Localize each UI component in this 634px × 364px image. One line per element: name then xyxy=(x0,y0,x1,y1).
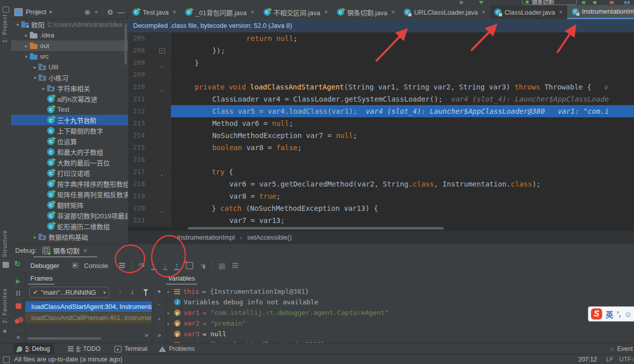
more-icon[interactable]: » xyxy=(145,331,148,339)
tree-item[interactable]: C和最大的子数组 xyxy=(11,147,128,157)
close-icon[interactable]: × xyxy=(83,247,87,254)
code-line[interactable]: 211 ClassLoader var4 = ClassLoader.getSy… xyxy=(128,93,634,105)
tree-item[interactable]: C蛇形遍历二维数组 xyxy=(11,221,128,232)
hide-icon[interactable]: — xyxy=(117,9,124,16)
close-icon[interactable]: × xyxy=(391,9,395,16)
code-text[interactable]: } catch (NoSuchMethodException var13) { xyxy=(171,202,634,214)
variable-row[interactable]: ▸pvar1 = "com.intellij.rt.debugger.agent… xyxy=(166,307,389,318)
locate-icon[interactable]: ⊕ xyxy=(84,9,91,16)
tree-item[interactable]: ▾src xyxy=(11,51,128,62)
add-watch-icon[interactable]: + xyxy=(152,288,166,295)
drop-frame-icon[interactable]: × xyxy=(186,262,193,269)
tree-item[interactable]: C三十九节台阶 xyxy=(11,115,128,125)
fold-marker[interactable]: ▾ xyxy=(153,202,171,214)
tab-debugger[interactable]: Debugger xyxy=(30,262,59,269)
code-line[interactable]: 213 Method var6 = null; xyxy=(128,117,634,129)
code-text[interactable]: ClassLoader var4 = ClassLoader.getSystem… xyxy=(171,93,634,105)
expand-icon[interactable]: ▸ xyxy=(166,289,171,294)
frame-up-icon[interactable]: ↑ xyxy=(118,288,122,295)
fold-marker[interactable]: ▾ xyxy=(153,166,171,178)
line-number[interactable]: 217 xyxy=(128,166,153,178)
sidebar-item-project[interactable]: 1: Project xyxy=(2,14,8,42)
code-line[interactable]: 217▾ try { xyxy=(128,166,634,178)
line-number[interactable]: 205 xyxy=(128,32,153,44)
line-number[interactable]: 212 xyxy=(128,105,153,117)
collapse-icon[interactable]: ▾ xyxy=(23,54,30,59)
stop-icon[interactable] xyxy=(11,303,25,310)
code-line[interactable]: 205 return null; xyxy=(128,32,634,44)
filter-icon[interactable] xyxy=(143,289,148,292)
line-number[interactable]: 210 xyxy=(128,81,153,93)
editor-tab[interactable]: CURLClassLoader.java× xyxy=(399,5,490,19)
menu-icon[interactable] xyxy=(119,262,125,269)
event-log-button[interactable]: ○ Event Log xyxy=(610,343,634,354)
code-line[interactable]: 216 xyxy=(128,154,634,166)
run-to-cursor-icon[interactable]: ↘I xyxy=(200,262,205,269)
toolwindow-button-terminal[interactable]: ▸Terminal xyxy=(110,343,151,354)
code-line[interactable]: 209 xyxy=(128,69,634,81)
code-line[interactable]: 214 NoSuchMethodException var7 = null; xyxy=(128,129,634,142)
code-text[interactable]: var7 = var13; xyxy=(171,214,634,226)
code-line[interactable]: 215 boolean var8 = false; xyxy=(128,142,634,154)
gear-icon[interactable]: ⚙ xyxy=(107,9,113,16)
force-step-into-icon[interactable]: ↓ xyxy=(163,261,168,270)
close-icon[interactable]: × xyxy=(559,9,563,16)
line-number[interactable]: 211 xyxy=(128,93,153,105)
frame-down-icon[interactable]: ↓ xyxy=(131,288,134,295)
run-configu­ration-combo[interactable]: 钢条切割 xyxy=(522,0,577,5)
code-line[interactable]: 218 var6 = var5.getDeclaredMethod(var2, … xyxy=(128,178,634,190)
rerun-icon[interactable]: ↻ xyxy=(14,260,21,267)
editor-tab[interactable]: C钢条切割.java× xyxy=(332,5,399,19)
caret-position[interactable]: 207:12 xyxy=(578,356,597,363)
frame-row[interactable]: loadClassAndStartAgent:304, Instrumentat… xyxy=(25,301,152,312)
line-number[interactable]: 213 xyxy=(128,117,153,129)
line-ending[interactable]: LF xyxy=(606,356,613,363)
project-panel-title[interactable]: Project xyxy=(26,8,46,16)
code-text[interactable]: boolean var8 = false; xyxy=(171,142,634,154)
line-number[interactable]: 218 xyxy=(128,178,153,190)
variable-row[interactable]: ▸this = {InstrumentationImpl@381} xyxy=(166,286,309,297)
ime-emoji-button[interactable]: ☺ xyxy=(624,310,632,318)
expand-icon[interactable]: ▸ xyxy=(23,33,30,38)
tab-variables[interactable]: Variables xyxy=(168,275,195,282)
code-text[interactable]: } xyxy=(171,57,634,69)
ime-punctuation-toggle[interactable]: ’, xyxy=(617,310,621,318)
code-text[interactable]: try { xyxy=(171,166,634,178)
tree-item[interactable]: C大数的最后一百位 xyxy=(11,157,128,168)
pause-icon[interactable] xyxy=(11,290,25,297)
tab-console[interactable]: Console xyxy=(84,262,108,269)
tree-item[interactable]: ▸Util xyxy=(11,62,128,72)
close-icon[interactable]: × xyxy=(173,9,176,16)
code-line[interactable]: 206+ }); xyxy=(128,44,634,57)
tree-item[interactable]: ▾小练习 xyxy=(11,72,128,83)
code-text[interactable] xyxy=(171,154,634,166)
breadcrumb-method[interactable]: setAccessible() xyxy=(247,234,292,241)
resume-icon[interactable]: ▶ xyxy=(11,278,25,285)
line-number[interactable]: 206 xyxy=(128,44,153,57)
fold-marker[interactable]: ▾ xyxy=(153,81,171,93)
tree-scrollbar[interactable] xyxy=(124,23,127,65)
frame-row[interactable]: loadClassAndCallPremain:401, Instrumenta… xyxy=(25,312,152,323)
toolwindow-icon[interactable] xyxy=(627,1,629,4)
code-text[interactable]: Method var6 = null; xyxy=(171,117,634,129)
move-up-icon[interactable]: ▲ xyxy=(152,316,166,321)
editor-tab[interactable]: CTest.java× xyxy=(128,5,181,19)
expand-icon[interactable]: ▸ xyxy=(40,86,47,91)
step-into-icon[interactable]: ↓ xyxy=(151,261,156,270)
code-line[interactable]: 219 var8 = true; xyxy=(128,190,634,202)
variable-row[interactable]: iVariables debug info not available xyxy=(166,297,318,307)
code-text[interactable]: var6 = var5.getDeclaredMethod(var2, Stri… xyxy=(171,178,634,190)
sidebar-item-favorites[interactable]: 2: Favorites xyxy=(2,288,8,323)
tree-item[interactable]: Ca的n次幂改进 xyxy=(11,94,128,104)
toolwindow-button-problems[interactable]: !Problems xyxy=(155,343,199,354)
encoding[interactable]: UTF-8 xyxy=(619,356,634,363)
code-text[interactable]: }); xyxy=(171,44,634,57)
line-number[interactable]: 214 xyxy=(128,129,153,142)
tree-item[interactable]: C矩阵任意两列变相反数求矩阵 xyxy=(11,189,128,200)
line-number[interactable]: 209 xyxy=(128,69,153,81)
collapse-icon[interactable]: ▾ xyxy=(14,22,21,27)
tree-item[interactable]: ▸字符串相关 xyxy=(11,83,128,94)
line-number[interactable]: 219 xyxy=(128,190,153,202)
fold-marker[interactable]: ▴ xyxy=(153,57,171,69)
line-number[interactable]: 215 xyxy=(128,142,153,154)
